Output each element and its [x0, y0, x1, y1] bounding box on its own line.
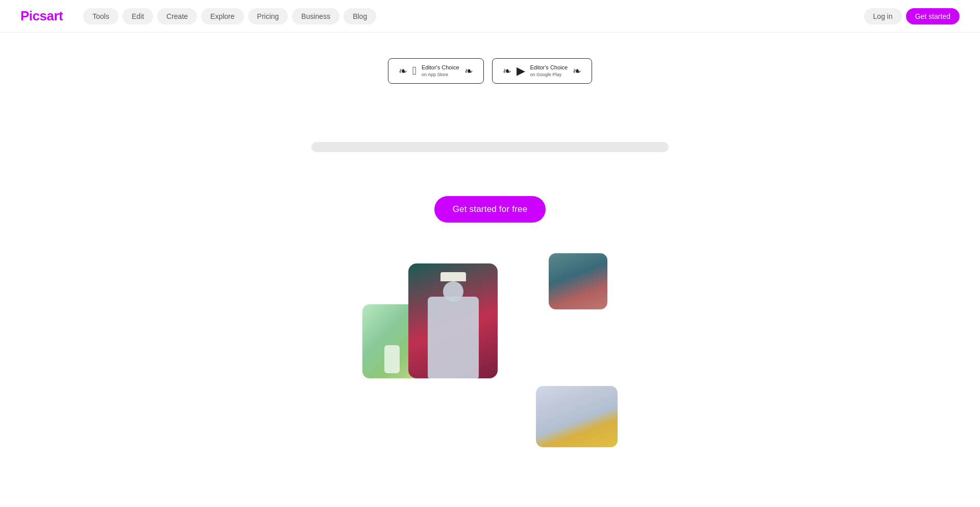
- app-store-badge-line2: on App Store: [422, 71, 459, 78]
- get-started-cta-button[interactable]: Get started for free: [434, 196, 546, 223]
- site-header: Picsart Tools Edit Create Explore Pricin…: [0, 0, 980, 33]
- person-figure: [408, 263, 498, 378]
- google-play-badge-line1: Editor's Choice: [530, 64, 568, 71]
- main-nav: Tools Edit Create Explore Pricing Busine…: [83, 8, 960, 25]
- award-badges: ❧  Editor's Choice on App Store ❧ ❧ ▶ E…: [388, 58, 592, 84]
- left-laurel-icon-2: ❧: [503, 65, 511, 77]
- nav-pricing[interactable]: Pricing: [248, 8, 288, 25]
- main-content: ❧  Editor's Choice on App Store ❧ ❧ ▶ E…: [0, 33, 980, 447]
- nav-business[interactable]: Business: [292, 8, 339, 25]
- nav-tools[interactable]: Tools: [83, 8, 118, 25]
- header-actions: Log in Get started: [864, 8, 960, 25]
- app-store-badge-text: Editor's Choice on App Store: [422, 64, 459, 78]
- left-laurel-icon: ❧: [399, 65, 407, 77]
- google-play-badge-text: Editor's Choice on Google Play: [530, 64, 568, 78]
- login-button[interactable]: Log in: [864, 8, 902, 25]
- nav-create[interactable]: Create: [157, 8, 197, 25]
- nav-edit[interactable]: Edit: [122, 8, 153, 25]
- app-store-badge-line1: Editor's Choice: [422, 64, 459, 71]
- nav-blog[interactable]: Blog: [344, 8, 376, 25]
- image-collage: [362, 253, 618, 447]
- logo[interactable]: Picsart: [20, 8, 63, 24]
- apple-icon: : [412, 64, 416, 78]
- get-started-header-button[interactable]: Get started: [906, 8, 960, 25]
- collage-card-main: [408, 263, 498, 378]
- google-play-badge-line2: on Google Play: [530, 71, 568, 78]
- collage-card-top-right: [549, 253, 607, 309]
- google-play-badge[interactable]: ❧ ▶ Editor's Choice on Google Play ❧: [492, 58, 593, 84]
- right-laurel-icon-2: ❧: [573, 65, 581, 77]
- hero-text-area: [311, 104, 669, 196]
- nav-explore[interactable]: Explore: [201, 8, 243, 25]
- app-store-badge[interactable]: ❧  Editor's Choice on App Store ❧: [388, 58, 484, 84]
- play-icon: ▶: [517, 64, 525, 78]
- collage-card-bottom-right: [536, 386, 618, 447]
- right-laurel-icon: ❧: [464, 65, 473, 77]
